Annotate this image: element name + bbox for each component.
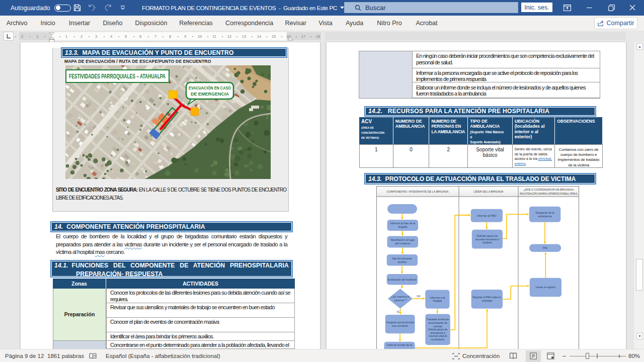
svg-text:Despacho de la: Despacho de la <box>536 211 554 214</box>
svg-text:Movilización al lugar: Movilización al lugar <box>390 238 415 241</box>
svg-text:DE EMERGENCIA: DE EMERGENCIA <box>191 92 229 97</box>
svg-text:LÍDER DE LA BRIGADA: LÍDER DE LA BRIGADA <box>473 190 504 193</box>
svg-text:del incidente: del incidente <box>395 242 410 245</box>
svg-text:recursos humanos o: recursos humanos o <box>475 238 499 241</box>
svg-text:¿EFE O COORDINADOR DE BRIGADAs: ¿EFE O COORDINADOR DE BRIGADAs <box>524 188 574 191</box>
svg-text:equipos: equipos <box>482 241 492 244</box>
svg-text:auxilios: auxilios <box>398 260 407 263</box>
svg-text:Asegurar que la persona: Asegurar que la persona <box>386 321 414 324</box>
svg-text:Trasladar al área de: Trasladar al área de <box>427 318 449 321</box>
svg-text:¿Se reanimo el: ¿Se reanimo el <box>391 295 410 298</box>
svg-text:Llevar el registro: Llevar el registro <box>536 286 555 289</box>
svg-text:Reportar al PMU sobre lo: Reportar al PMU sobre lo <box>473 296 502 299</box>
svg-text:este consiente: este consiente <box>392 324 408 327</box>
svg-text:movilización: movilización <box>431 338 444 341</box>
svg-text:recursos para la: recursos para la <box>429 334 447 337</box>
svg-text:Evaluación del incidente: Evaluación del incidente <box>388 278 417 281</box>
svg-text:Dar los primeros: Dar los primeros <box>392 257 412 260</box>
svg-text:Informar al líder de la: Informar al líder de la <box>387 343 412 346</box>
svg-text:paciente ?: paciente ? <box>394 299 406 302</box>
svg-text:concentración de: concentración de <box>428 321 447 324</box>
svg-text:brigada: brigada <box>433 299 442 302</box>
svg-text:solicitado: solicitado <box>481 299 492 302</box>
svg-text:brigada: brigada <box>398 225 407 228</box>
svg-text:Informar a la: Informar a la <box>430 296 445 299</box>
svg-text:NO: NO <box>417 295 421 298</box>
svg-text:Informar al líder de la: Informar al líder de la <box>390 222 415 225</box>
svg-text:victimas: victimas <box>433 325 443 328</box>
svg-text:Solicita apoyo de: Solicita apoyo de <box>428 328 447 331</box>
svg-text:ambulancia o: ambulancia o <box>430 331 445 334</box>
svg-text:FESTIVIDADES PARROQUIALES – AT: FESTIVIDADES PARROQUIALES – ATAHUALPA <box>69 73 166 80</box>
svg-text:COMPONENTE / INTEGRANTE DE LA: COMPONENTE / INTEGRANTE DE LA BRIGADA <box>387 190 449 193</box>
svg-text:MULTIDIsCIPLINARIA (OPERACIONE: MULTIDIsCIPLINARIA (OPERACIONEs) (PMU) <box>520 192 578 195</box>
svg-text:Informar al PMU: Informar al PMU <box>477 214 497 217</box>
svg-text:EVACUACIÓN EN CASO: EVACUACIÓN EN CASO <box>189 85 231 90</box>
svg-text:ambulancia: ambulancia <box>538 215 552 218</box>
svg-text:FIN: FIN <box>543 246 547 249</box>
svg-text:Solicitar apoyo de: Solicitar apoyo de <box>476 234 498 237</box>
svg-text:SI: SI <box>397 310 399 313</box>
